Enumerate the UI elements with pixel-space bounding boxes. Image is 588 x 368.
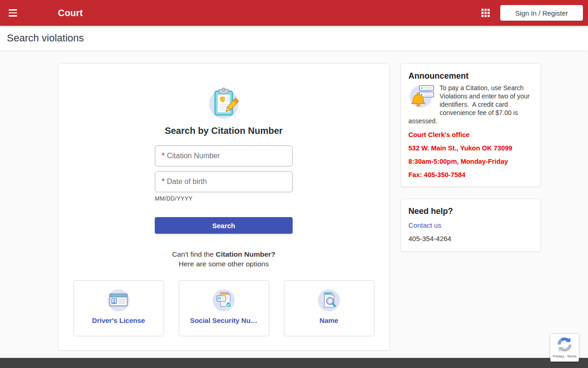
app-header: Court Sign In / Register [0,0,588,26]
option-label-drivers-license: Driver's License [92,316,145,324]
alternative-options-prompt: Can't find the Citation Number? Here are… [172,249,275,269]
option-card-social-security-number[interactable]: Social Security Nu… [179,280,269,336]
announcement-bell-icon [408,83,435,109]
option-label-name: Name [320,316,339,324]
sign-in-register-button[interactable]: Sign In / Register [500,5,583,21]
required-asterisk: * [162,152,164,160]
date-of-birth-input[interactable]: * Date of birth [155,171,293,192]
date-format-hint: MM/DD/YYYY [155,196,293,202]
name-search-icon [316,287,342,313]
announcement-heading: Announcement [408,71,533,81]
citation-number-input[interactable]: * Citation Number [155,145,293,167]
social-security-number-icon [211,287,237,313]
office-fax: Fax: 405-350-7584 [408,171,533,178]
apps-grid-icon[interactable] [481,8,490,17]
announcement-card: Announcement To pay a Citation, use Sear… [401,63,541,187]
contact-us-link[interactable]: Contact us [408,221,441,229]
recaptcha-logo-icon [556,336,573,353]
need-help-heading: Need help? [408,207,533,216]
date-of-birth-placeholder: Date of birth [167,178,207,186]
help-phone-number: 405-354-4264 [408,235,533,242]
recaptcha-badge[interactable]: Privacy - Terms [550,334,579,362]
page-title: Search violations [7,32,84,44]
app-title: Court [58,8,83,18]
office-address: 532 W. Main St., Yukon OK 73099 [408,144,533,152]
option-card-name[interactable]: Name [284,280,374,336]
court-clerk-office-info: Court Clerk's office 532 W. Main St., Yu… [408,131,533,178]
search-options-row: Driver's License [74,280,374,336]
page-footer [0,358,588,368]
clipboard-citation-icon [206,85,241,120]
page-title-bar: Search violations [0,26,588,51]
need-help-card: Need help? Contact us 405-354-4264 [401,199,541,252]
office-hours: 8:30am-5:00pm, Monday-Friday [408,158,533,165]
option-card-drivers-license[interactable]: Driver's License [74,280,164,336]
search-button[interactable]: Search [155,217,293,234]
required-asterisk: * [162,178,164,186]
citation-number-placeholder: Citation Number [167,152,220,160]
search-card-heading: Search by Citation Number [165,126,283,136]
office-title: Court Clerk's office [408,131,533,138]
option-label-social-security-number: Social Security Nu… [190,316,258,324]
recaptcha-privacy-terms[interactable]: Privacy - Terms [553,354,577,358]
drivers-license-icon [106,287,131,313]
menu-icon[interactable] [7,7,18,18]
citation-search-card: Search by Citation Number * Citation Num… [58,63,390,351]
